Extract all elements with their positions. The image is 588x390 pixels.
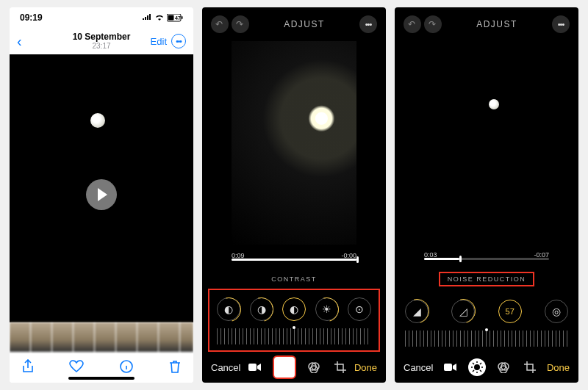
edit-header: ↶ ↷ ADJUST ••• [395,7,578,40]
scrub-knob[interactable] [459,256,462,262]
highlights-icon: ◑ [257,303,266,315]
play-button[interactable] [86,179,117,210]
edit-header: ↶ ↷ ADJUST ••• [202,7,386,41]
done-button[interactable]: Done [354,362,377,373]
edit-bottom-bar: Cancel Done [202,352,386,383]
brightness-icon: ☀ [322,303,331,315]
mode-video-button[interactable] [246,358,264,376]
edit-contrast-screen: ↶ ↷ ADJUST ••• 0:09 -0:00 CONTRAST ◐ ◑ ◐… [202,7,386,383]
dial-vignette[interactable]: ◎ [545,300,568,323]
svg-point-11 [474,364,480,370]
adjustment-dials-panel: ◐ ◑ ◐ ☀ ⊙ [208,289,380,352]
wifi-icon [154,14,165,21]
black-point-icon: ⊙ [355,303,364,315]
edit-bottom-bar: Cancel Done [395,353,578,383]
dial-sharpness[interactable]: ◢ [405,300,429,323]
adjustment-dials-panel: ◢ ◿ 57 ◎ [395,292,578,353]
dial-contrast[interactable]: ◐ [282,297,306,321]
cancel-button[interactable]: Cancel [404,362,433,373]
edit-noise-reduction-screen: ↶ ↷ ADJUST ••• 0:03 -0:07 NOISE REDUCTIO… [395,7,578,383]
dial-definition[interactable]: ◿ [451,300,475,323]
slider-indicator-icon [485,328,488,331]
svg-rect-1 [168,15,174,20]
adjustment-label: NOISE REDUCTION [439,272,535,286]
scrub-knob[interactable] [356,256,359,263]
mode-filters-button[interactable] [305,358,323,376]
adjustment-label: CONTRAST [202,275,386,283]
vignette-icon: ◎ [552,306,561,317]
edit-title: ADJUST [284,19,325,29]
mode-crop-button[interactable] [521,358,539,376]
svg-rect-5 [248,364,257,371]
svg-rect-10 [444,364,452,371]
signal-icon [142,14,152,21]
photo-viewport[interactable] [10,54,193,322]
redo-button[interactable]: ↷ [232,15,249,33]
mode-filters-button[interactable] [495,358,512,376]
info-button[interactable] [119,359,134,377]
thumbnail-strip[interactable] [10,322,193,352]
mode-adjust-button[interactable] [468,358,486,376]
scrub-fill [424,258,459,260]
delete-button[interactable] [168,359,182,377]
favorite-button[interactable] [69,360,84,376]
adjustment-slider[interactable] [405,331,568,347]
dial-noise-reduction[interactable]: 57 [498,300,522,323]
dial-brightness[interactable]: ☀ [315,297,339,321]
more-menu-button[interactable]: ••• [171,34,186,48]
edit-menu-button[interactable]: ••• [359,15,377,33]
video-scrubber[interactable]: 0:09 -0:00 [232,249,356,262]
photos-view-screen: 09:19 47 ‹ 10 September 23:17 Edit ••• ▭… [10,7,193,383]
status-time: 09:19 [20,12,43,23]
edit-menu-button[interactable]: ••• [552,15,570,33]
adjustment-slider[interactable] [217,328,371,344]
dial-black-point[interactable]: ⊙ [348,297,371,321]
redo-button[interactable]: ↷ [424,15,442,33]
moon-in-photo [489,99,499,109]
dial-exposure[interactable]: ◐ [217,297,240,321]
svg-text:47: 47 [175,15,181,21]
undo-button[interactable]: ↶ [404,15,421,33]
battery-icon: 47 [167,14,183,22]
photos-header: ‹ 10 September 23:17 Edit ••• [10,28,193,54]
moon-in-photo [90,113,105,128]
slider-indicator-icon [293,326,295,329]
back-button[interactable]: ‹ [17,33,22,50]
mode-crop-button[interactable] [331,358,349,376]
status-right: 47 [142,14,183,22]
cancel-button[interactable]: Cancel [211,362,240,373]
contrast-icon: ◐ [290,303,298,315]
undo-button[interactable]: ↶ [211,15,229,33]
definition-icon: ◿ [459,306,467,317]
share-button[interactable] [21,359,35,377]
dial-highlights[interactable]: ◑ [250,297,273,321]
edit-preview[interactable] [232,41,356,245]
home-indicator[interactable] [68,377,135,380]
scrub-fill [232,259,356,261]
exposure-icon: ◐ [224,303,233,315]
edit-title: ADJUST [476,19,517,29]
status-bar: 09:19 47 [10,7,193,28]
edit-preview[interactable] [424,40,549,243]
done-button[interactable]: Done [547,362,570,373]
noise-reduction-value: 57 [506,307,514,316]
mode-adjust-button[interactable] [273,355,296,379]
mode-video-button[interactable] [442,358,459,376]
svg-rect-2 [182,16,183,19]
edit-button[interactable]: Edit [151,36,167,47]
sharpness-icon: ◢ [413,306,421,317]
video-scrubber[interactable]: 0:03 -0:07 [424,248,549,261]
